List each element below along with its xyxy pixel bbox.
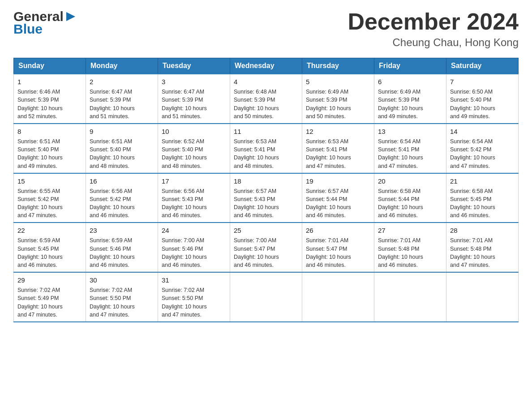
table-row: 6Sunrise: 6:49 AMSunset: 5:39 PMDaylight… bbox=[374, 74, 446, 124]
day-number: 27 bbox=[378, 226, 442, 235]
calendar-week-row: 22Sunrise: 6:59 AMSunset: 5:45 PMDayligh… bbox=[14, 223, 519, 272]
day-info: Sunrise: 6:58 AMSunset: 5:44 PMDaylight:… bbox=[378, 188, 423, 219]
day-info: Sunrise: 6:51 AMSunset: 5:40 PMDaylight:… bbox=[90, 138, 135, 169]
day-info: Sunrise: 6:56 AMSunset: 5:43 PMDaylight:… bbox=[162, 188, 207, 219]
table-row bbox=[302, 272, 374, 322]
day-number: 4 bbox=[234, 77, 298, 86]
table-row: 22Sunrise: 6:59 AMSunset: 5:45 PMDayligh… bbox=[14, 223, 86, 272]
table-row bbox=[230, 272, 302, 322]
day-info: Sunrise: 6:59 AMSunset: 5:46 PMDaylight:… bbox=[90, 237, 135, 268]
table-row: 14Sunrise: 6:54 AMSunset: 5:42 PMDayligh… bbox=[446, 124, 519, 173]
day-number: 11 bbox=[234, 127, 298, 136]
table-row: 16Sunrise: 6:56 AMSunset: 5:42 PMDayligh… bbox=[86, 173, 158, 223]
day-info: Sunrise: 7:00 AMSunset: 5:46 PMDaylight:… bbox=[162, 237, 207, 268]
table-row: 26Sunrise: 7:01 AMSunset: 5:47 PMDayligh… bbox=[302, 223, 374, 272]
table-row: 18Sunrise: 6:57 AMSunset: 5:43 PMDayligh… bbox=[230, 173, 302, 223]
day-info: Sunrise: 6:46 AMSunset: 5:39 PMDaylight:… bbox=[17, 89, 63, 120]
col-sunday: Sunday bbox=[14, 58, 86, 74]
table-row: 29Sunrise: 7:02 AMSunset: 5:49 PMDayligh… bbox=[14, 272, 86, 322]
day-number: 8 bbox=[17, 127, 82, 136]
logo: General Blue bbox=[13, 9, 77, 37]
day-info: Sunrise: 7:01 AMSunset: 5:48 PMDaylight:… bbox=[378, 237, 423, 268]
day-info: Sunrise: 6:48 AMSunset: 5:39 PMDaylight:… bbox=[234, 89, 279, 120]
day-number: 22 bbox=[17, 226, 82, 235]
table-row: 19Sunrise: 6:57 AMSunset: 5:44 PMDayligh… bbox=[302, 173, 374, 223]
table-row: 27Sunrise: 7:01 AMSunset: 5:48 PMDayligh… bbox=[374, 223, 446, 272]
day-number: 1 bbox=[17, 77, 82, 86]
day-number: 10 bbox=[162, 127, 226, 136]
day-info: Sunrise: 7:01 AMSunset: 5:48 PMDaylight:… bbox=[450, 237, 495, 268]
col-wednesday: Wednesday bbox=[230, 58, 302, 74]
day-number: 25 bbox=[234, 226, 298, 235]
col-saturday: Saturday bbox=[446, 58, 519, 74]
day-number: 13 bbox=[378, 127, 442, 136]
table-row: 21Sunrise: 6:58 AMSunset: 5:45 PMDayligh… bbox=[446, 173, 519, 223]
col-tuesday: Tuesday bbox=[158, 58, 230, 74]
day-number: 28 bbox=[450, 226, 515, 235]
day-number: 21 bbox=[450, 176, 515, 186]
table-row: 25Sunrise: 7:00 AMSunset: 5:47 PMDayligh… bbox=[230, 223, 302, 272]
day-number: 17 bbox=[162, 176, 226, 186]
day-info: Sunrise: 7:01 AMSunset: 5:47 PMDaylight:… bbox=[306, 237, 351, 268]
day-number: 5 bbox=[306, 77, 370, 86]
col-monday: Monday bbox=[86, 58, 158, 74]
location: Cheung Chau, Hong Kong bbox=[348, 36, 519, 49]
day-number: 20 bbox=[378, 176, 442, 186]
table-row: 30Sunrise: 7:02 AMSunset: 5:50 PMDayligh… bbox=[86, 272, 158, 322]
day-info: Sunrise: 6:47 AMSunset: 5:39 PMDaylight:… bbox=[162, 89, 207, 120]
day-number: 16 bbox=[90, 176, 154, 186]
table-row: 1Sunrise: 6:46 AMSunset: 5:39 PMDaylight… bbox=[14, 74, 86, 124]
day-number: 24 bbox=[162, 226, 226, 235]
day-info: Sunrise: 6:52 AMSunset: 5:40 PMDaylight:… bbox=[162, 138, 207, 169]
table-row: 12Sunrise: 6:53 AMSunset: 5:41 PMDayligh… bbox=[302, 124, 374, 173]
table-row: 24Sunrise: 7:00 AMSunset: 5:46 PMDayligh… bbox=[158, 223, 230, 272]
svg-marker-0 bbox=[66, 12, 75, 21]
day-info: Sunrise: 6:55 AMSunset: 5:42 PMDaylight:… bbox=[17, 188, 63, 219]
day-info: Sunrise: 6:49 AMSunset: 5:39 PMDaylight:… bbox=[306, 89, 351, 120]
table-row: 2Sunrise: 6:47 AMSunset: 5:39 PMDaylight… bbox=[86, 74, 158, 124]
day-info: Sunrise: 6:54 AMSunset: 5:42 PMDaylight:… bbox=[450, 138, 495, 169]
day-info: Sunrise: 6:57 AMSunset: 5:43 PMDaylight:… bbox=[234, 188, 279, 219]
day-number: 19 bbox=[306, 176, 370, 186]
table-row: 11Sunrise: 6:53 AMSunset: 5:41 PMDayligh… bbox=[230, 124, 302, 173]
day-number: 2 bbox=[90, 77, 154, 86]
table-row: 9Sunrise: 6:51 AMSunset: 5:40 PMDaylight… bbox=[86, 124, 158, 173]
day-info: Sunrise: 6:58 AMSunset: 5:45 PMDaylight:… bbox=[450, 188, 495, 219]
table-row: 4Sunrise: 6:48 AMSunset: 5:39 PMDaylight… bbox=[230, 74, 302, 124]
day-number: 23 bbox=[90, 226, 154, 235]
day-number: 30 bbox=[90, 275, 154, 285]
day-number: 18 bbox=[234, 176, 298, 186]
day-info: Sunrise: 7:02 AMSunset: 5:50 PMDaylight:… bbox=[90, 287, 135, 318]
table-row: 7Sunrise: 6:50 AMSunset: 5:40 PMDaylight… bbox=[446, 74, 519, 124]
day-number: 12 bbox=[306, 127, 370, 136]
day-info: Sunrise: 6:53 AMSunset: 5:41 PMDaylight:… bbox=[306, 138, 351, 169]
day-info: Sunrise: 7:00 AMSunset: 5:47 PMDaylight:… bbox=[234, 237, 279, 268]
day-number: 15 bbox=[17, 176, 82, 186]
day-info: Sunrise: 7:02 AMSunset: 5:49 PMDaylight:… bbox=[17, 287, 63, 318]
day-info: Sunrise: 6:59 AMSunset: 5:45 PMDaylight:… bbox=[17, 237, 63, 268]
day-info: Sunrise: 6:50 AMSunset: 5:40 PMDaylight:… bbox=[450, 89, 495, 120]
day-info: Sunrise: 6:57 AMSunset: 5:44 PMDaylight:… bbox=[306, 188, 351, 219]
table-row: 17Sunrise: 6:56 AMSunset: 5:43 PMDayligh… bbox=[158, 173, 230, 223]
logo-blue: Blue bbox=[13, 21, 43, 37]
day-info: Sunrise: 6:56 AMSunset: 5:42 PMDaylight:… bbox=[90, 188, 135, 219]
day-number: 26 bbox=[306, 226, 370, 235]
day-info: Sunrise: 7:02 AMSunset: 5:50 PMDaylight:… bbox=[162, 287, 207, 318]
table-row: 15Sunrise: 6:55 AMSunset: 5:42 PMDayligh… bbox=[14, 173, 86, 223]
day-number: 6 bbox=[378, 77, 442, 86]
day-info: Sunrise: 6:54 AMSunset: 5:41 PMDaylight:… bbox=[378, 138, 423, 169]
calendar-table: Sunday Monday Tuesday Wednesday Thursday… bbox=[13, 58, 519, 322]
calendar-week-row: 1Sunrise: 6:46 AMSunset: 5:39 PMDaylight… bbox=[14, 74, 519, 124]
day-number: 9 bbox=[90, 127, 154, 136]
table-row: 20Sunrise: 6:58 AMSunset: 5:44 PMDayligh… bbox=[374, 173, 446, 223]
col-friday: Friday bbox=[374, 58, 446, 74]
month-title: December 2024 bbox=[348, 9, 519, 34]
logo-icon bbox=[64, 10, 77, 23]
table-row: 5Sunrise: 6:49 AMSunset: 5:39 PMDaylight… bbox=[302, 74, 374, 124]
table-row: 10Sunrise: 6:52 AMSunset: 5:40 PMDayligh… bbox=[158, 124, 230, 173]
day-number: 14 bbox=[450, 127, 515, 136]
day-number: 31 bbox=[162, 275, 226, 285]
col-thursday: Thursday bbox=[302, 58, 374, 74]
calendar-week-row: 29Sunrise: 7:02 AMSunset: 5:49 PMDayligh… bbox=[14, 272, 519, 322]
calendar-week-row: 8Sunrise: 6:51 AMSunset: 5:40 PMDaylight… bbox=[14, 124, 519, 173]
